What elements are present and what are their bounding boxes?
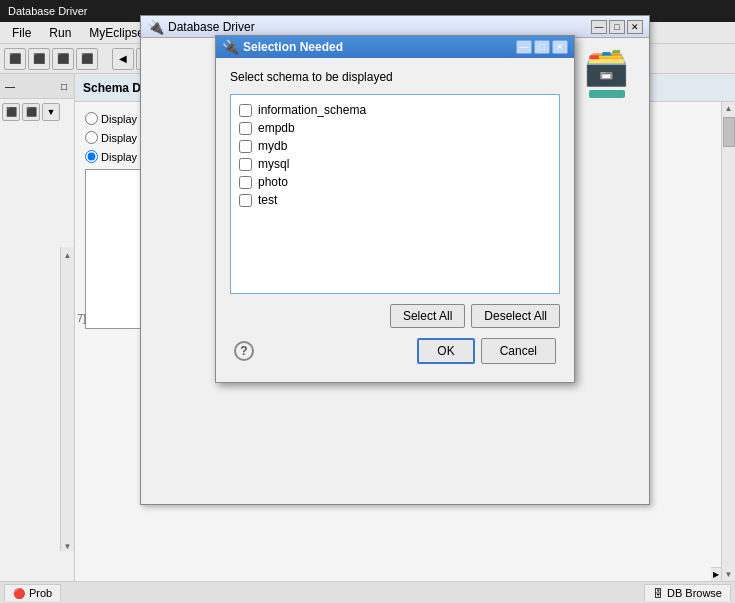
db-browser-tab[interactable]: 🗄 DB Browse [644, 584, 731, 601]
dialog-maximize[interactable]: □ [534, 40, 550, 54]
dialog-titlebar: 🔌 Selection Needed — □ ✕ [216, 36, 574, 58]
schema-item[interactable]: information_schema [235, 101, 555, 119]
schema-checkbox-2[interactable] [239, 140, 252, 153]
prob-tab[interactable]: 🔴 Prob [4, 584, 61, 601]
ide-title-text: Database Driver [8, 5, 87, 17]
scrollbar-thumb[interactable] [723, 117, 735, 147]
schema-checkbox-1[interactable] [239, 122, 252, 135]
scroll-arrow-up[interactable]: ▲ ▼ [60, 247, 74, 551]
schema-checkbox-0[interactable] [239, 104, 252, 117]
schema-label-2: mydb [258, 139, 287, 153]
toolbar-btn-5[interactable]: ◀ [112, 48, 134, 70]
radio-t-label: Display t [101, 151, 143, 163]
dialog-title-text-label: Selection Needed [243, 40, 343, 54]
radio-t-input[interactable] [85, 150, 98, 163]
toolbar-btn-2[interactable]: ⬛ [28, 48, 50, 70]
left-panel-btn-1[interactable]: ⬛ [2, 103, 20, 121]
select-all-button[interactable]: Select All [390, 304, 465, 328]
schema-item[interactable]: test [235, 191, 555, 209]
left-panel-expand[interactable]: □ [57, 79, 71, 93]
schema-checkbox-5[interactable] [239, 194, 252, 207]
schema-item[interactable]: empdb [235, 119, 555, 137]
radio-a-input[interactable] [85, 112, 98, 125]
left-panel-btn-3[interactable]: ▼ [42, 103, 60, 121]
db-driver-controls: — □ ✕ [591, 20, 643, 34]
h-scroll-right[interactable]: ▶ [711, 567, 721, 581]
toolbar-btn-1[interactable]: ⬛ [4, 48, 26, 70]
db-icon: 🗃️ [584, 46, 629, 88]
dialog-title: 🔌 Selection Needed [222, 39, 343, 55]
help-icon[interactable]: ? [234, 341, 254, 361]
radio-c-label: Display c [101, 132, 146, 144]
schema-label-3: mysql [258, 157, 289, 171]
schema-item[interactable]: mysql [235, 155, 555, 173]
left-panel-toolbar: ⬛ ⬛ ▼ [0, 99, 74, 125]
prob-tab-label: Prob [29, 587, 52, 599]
schema-item[interactable]: photo [235, 173, 555, 191]
left-panel-minimize[interactable]: — [3, 79, 17, 93]
toolbar-btn-4[interactable]: ⬛ [76, 48, 98, 70]
dialog-action-row: Select All Deselect All [230, 304, 560, 328]
dialog-body: Select schema to be displayed informatio… [216, 58, 574, 382]
cancel-button[interactable]: Cancel [481, 338, 556, 364]
left-panel-btn-2[interactable]: ⬛ [22, 103, 40, 121]
db-driver-maximize[interactable]: □ [609, 20, 625, 34]
ok-button[interactable]: OK [417, 338, 474, 364]
dialog-bottom-row: ? OK Cancel [230, 338, 560, 370]
deselect-all-button[interactable]: Deselect All [471, 304, 560, 328]
radio-c-input[interactable] [85, 131, 98, 144]
toolbar-btn-3[interactable]: ⬛ [52, 48, 74, 70]
schema-checkbox-3[interactable] [239, 158, 252, 171]
dialog-instruction: Select schema to be displayed [230, 70, 560, 84]
schema-label-1: empdb [258, 121, 295, 135]
db-driver-title: 🔌 Database Driver [147, 19, 255, 35]
selection-dialog: 🔌 Selection Needed — □ ✕ Select schema t… [215, 35, 575, 383]
left-panel-header: — □ [0, 74, 74, 99]
ide-left-panel: — □ ⬛ ⬛ ▼ ▲ ▼ [0, 74, 75, 581]
schema-label-5: test [258, 193, 277, 207]
db-driver-close[interactable]: ✕ [627, 20, 643, 34]
db-browser-label: DB Browse [667, 587, 722, 599]
db-icon-area: 🗃️ [584, 46, 629, 98]
schema-item[interactable]: mydb [235, 137, 555, 155]
schema-list: information_schemaempdbmydbmysqlphototes… [230, 94, 560, 294]
dialog-ok-cancel: OK Cancel [417, 338, 556, 364]
db-driver-title-text: Database Driver [168, 20, 255, 34]
bottom-panel: 🔴 Prob 🗄 DB Browse [0, 581, 735, 603]
dialog-controls: — □ ✕ [516, 40, 568, 54]
dialog-minimize[interactable]: — [516, 40, 532, 54]
line-number: 7] [75, 312, 86, 324]
dialog-close[interactable]: ✕ [552, 40, 568, 54]
menu-item-run[interactable]: Run [41, 24, 79, 42]
schema-label-4: photo [258, 175, 288, 189]
schema-checkbox-4[interactable] [239, 176, 252, 189]
menu-item-file[interactable]: File [4, 24, 39, 42]
db-connector-icon [589, 90, 625, 98]
db-driver-minimize[interactable]: — [591, 20, 607, 34]
main-scrollbar[interactable]: ▲ ▼ [721, 102, 735, 581]
schema-label-0: information_schema [258, 103, 366, 117]
